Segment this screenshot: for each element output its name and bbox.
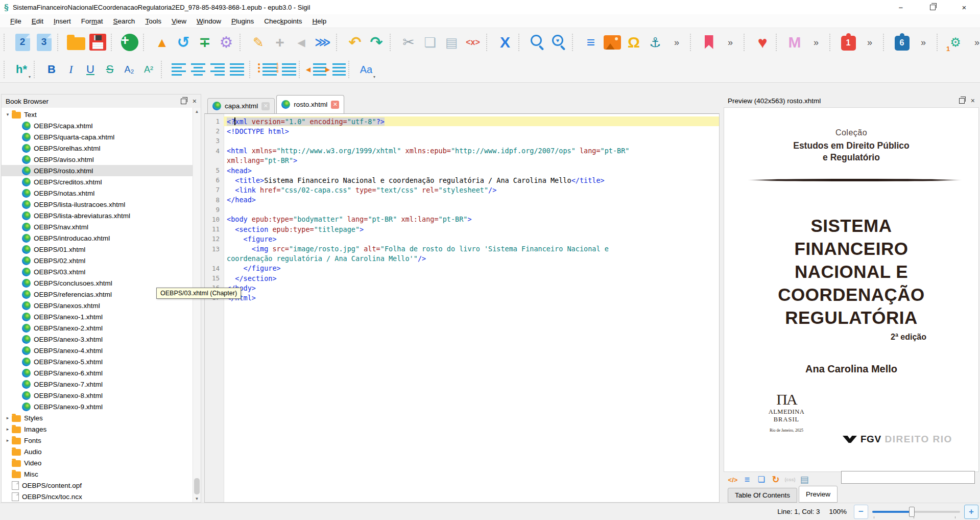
code-line[interactable]: 1<?xml version="1.0" encoding="utf-8"?> <box>205 116 719 126</box>
code-line[interactable]: 17</html> <box>205 293 719 302</box>
tab-rosto-xhtml[interactable]: rosto.xhtml ✕ <box>276 95 344 113</box>
tree-item-audio[interactable]: Audio <box>2 446 193 457</box>
preview-refresh-icon[interactable]: ↻ <box>769 473 783 486</box>
tree-item-oebps-02-xhtml[interactable]: OEBPS/02.xhtml <box>2 255 193 266</box>
maximize-restore-button[interactable] <box>917 0 948 14</box>
tree-item-oebps-conclusoes-xhtml[interactable]: OEBPS/conclusoes.xhtml <box>2 277 193 289</box>
code-line[interactable]: xml:lang="pt-BR"> <box>205 156 719 166</box>
close-button[interactable]: × <box>948 0 980 14</box>
tree-item-oebps-anexo-2-xhtml[interactable]: OEBPS/anexo-2.xhtml <box>2 322 193 334</box>
tab-preview[interactable]: Preview <box>799 486 838 503</box>
expand-icon[interactable]: ▸ <box>4 438 12 443</box>
zoom-in-button[interactable]: + <box>964 505 978 519</box>
code-line[interactable]: 14 </figure> <box>205 264 719 273</box>
code-line[interactable]: 8</head> <box>205 195 719 205</box>
donate-heart-icon[interactable]: ♥ <box>752 31 773 54</box>
text-case-icon[interactable]: Aa▾ <box>356 59 376 80</box>
find-replace-icon[interactable] <box>548 31 569 54</box>
code-view-icon[interactable]: <x> <box>462 31 484 54</box>
tree-item-fonts[interactable]: ▸Fonts <box>2 435 193 446</box>
tree-item-oebps-anexo-8-xhtml[interactable]: OEBPS/anexo-8.xhtml <box>2 390 193 401</box>
find-icon[interactable] <box>527 31 548 54</box>
paste-icon[interactable]: ▤ <box>441 31 462 54</box>
tree-item-oebps-introducao-xhtml[interactable]: OEBPS/introducao.xhtml <box>2 232 193 244</box>
toolbar-overflow-icon[interactable]: » <box>966 31 980 54</box>
menu-search[interactable]: Search <box>108 16 140 27</box>
menu-edit[interactable]: Edit <box>27 16 49 27</box>
toolbar-overflow-icon[interactable]: » <box>805 31 827 54</box>
tree-item-misc[interactable]: Misc <box>2 468 193 480</box>
insert-blank-gray-icon[interactable]: + <box>269 31 291 54</box>
plugin-6-icon[interactable]: 6 <box>891 31 913 54</box>
split-all-icon[interactable]: ⋙ <box>312 31 333 54</box>
code-line[interactable]: 3 <box>205 136 719 146</box>
bullet-list-icon[interactable] <box>257 59 277 80</box>
cut-icon[interactable]: ✂ <box>398 31 419 54</box>
code-line[interactable]: 15 </section> <box>205 273 719 283</box>
tree-item-oebps-anexo-4-xhtml[interactable]: OEBPS/anexo-4.xhtml <box>2 345 193 356</box>
tree-item-oebps-01-xhtml[interactable]: OEBPS/01.xhtml <box>2 244 193 255</box>
plugins-gear-icon[interactable]: ⚙ <box>216 31 237 54</box>
bold-icon[interactable]: B <box>42 59 61 80</box>
insert-image-icon[interactable] <box>602 31 623 54</box>
preview-print-icon[interactable]: ▤ <box>797 473 811 486</box>
tree-item-oebps-lista-abreviaturas-xhtml[interactable]: OEBPS/lista-abreviaturas.xhtml <box>2 210 193 221</box>
tree-item-oebps-anexo-6-xhtml[interactable]: OEBPS/anexo-6.xhtml <box>2 367 193 379</box>
automate-list-icon[interactable]: ⚙1 <box>945 31 966 54</box>
code-line[interactable]: 2<!DOCTYPE html> <box>205 126 719 136</box>
bookmark-icon[interactable] <box>698 31 720 54</box>
align-left-icon[interactable] <box>169 59 188 80</box>
code-line[interactable]: 9 <box>205 205 719 215</box>
save-icon[interactable] <box>87 31 108 54</box>
code-line[interactable]: coordenação regulatória / Ana Carolina M… <box>205 254 719 264</box>
tree-item-oebps-anexo-1-xhtml[interactable]: OEBPS/anexo-1.xhtml <box>2 311 193 322</box>
outdent-icon[interactable] <box>307 59 326 80</box>
book-browser-scrollbar[interactable]: ▲ ▼ <box>193 108 201 502</box>
menu-file[interactable]: File <box>5 16 27 27</box>
tree-item-oebps-capa-xhtml[interactable]: OEBPS/capa.xhtml <box>2 120 193 131</box>
scrollbar-thumb[interactable] <box>194 478 200 494</box>
scroll-up-icon[interactable]: ▲ <box>193 108 201 115</box>
menu-format[interactable]: Format <box>76 16 108 27</box>
tree-item-oebps-aviso-xhtml[interactable]: OEBPS/aviso.xhtml <box>2 154 193 165</box>
align-right-icon[interactable] <box>208 59 227 80</box>
strikethrough-icon[interactable]: S <box>100 59 119 80</box>
menu-checkpoints[interactable]: Checkpoints <box>259 16 307 27</box>
numbered-list-icon[interactable] <box>277 59 296 80</box>
tree-item-oebps-anexo-7-xhtml[interactable]: OEBPS/anexo-7.xhtml <box>2 379 193 390</box>
anchor-icon[interactable]: ⚓ <box>644 31 666 54</box>
close-panel-button[interactable]: × <box>193 97 197 105</box>
align-justify-icon[interactable] <box>227 59 247 80</box>
plugin-1-icon[interactable]: 1 <box>838 31 859 54</box>
code-line[interactable]: 6 <title>Sistema Financeiro Nacional e c… <box>205 175 719 185</box>
tree-item-oebps-03-xhtml[interactable]: OEBPS/03.xhtml <box>2 266 193 277</box>
menu-help[interactable]: Help <box>307 16 332 27</box>
preview-select-all-icon[interactable]: ≡ <box>740 473 754 486</box>
code-view[interactable]: 1<?xml version="1.0" encoding="utf-8"?>2… <box>204 113 720 503</box>
expand-icon[interactable]: ▸ <box>4 415 12 420</box>
tree-item-images[interactable]: ▸Images <box>2 423 193 435</box>
toolbar-overflow-icon[interactable]: » <box>913 31 934 54</box>
code-line[interactable]: 12 <figure> <box>205 234 719 244</box>
code-line[interactable]: 4<html xmlns="http://www.w3.org/1999/xht… <box>205 146 719 156</box>
tree-item-oebps-orelhas-xhtml[interactable]: OEBPS/orelhas.xhtml <box>2 143 193 154</box>
mend-code-icon[interactable]: X <box>494 31 516 54</box>
tree-item-oebps-creditos-xhtml[interactable]: OEBPS/creditos.xhtml <box>2 176 193 187</box>
tree-item-oebps-rosto-xhtml[interactable]: OEBPS/rosto.xhtml <box>2 165 193 176</box>
new-epub2-icon[interactable]: 2 <box>12 31 33 54</box>
superscript-icon[interactable]: A² <box>139 59 158 80</box>
slider-thumb[interactable] <box>909 507 915 517</box>
add-new-item-icon[interactable]: + <box>119 31 140 54</box>
menu-insert[interactable]: Insert <box>49 16 76 27</box>
new-epub3-icon[interactable]: 3 <box>33 31 55 54</box>
menu-tools[interactable]: Tools <box>140 16 166 27</box>
tree-item-oebps-quarta-capa-xhtml[interactable]: OEBPS/quarta-capa.xhtml <box>2 131 193 143</box>
tree-item-oebps-anexo-3-xhtml[interactable]: OEBPS/anexo-3.xhtml <box>2 334 193 345</box>
marked-text-icon[interactable]: M <box>784 31 805 54</box>
expand-icon[interactable]: ▸ <box>4 427 12 432</box>
float-panel-button[interactable] <box>959 98 965 104</box>
special-character-icon[interactable]: Ω <box>623 31 644 54</box>
split-at-cursor-icon[interactable]: ✎ <box>248 31 269 54</box>
tab-table-of-contents[interactable]: Table Of Contents <box>728 488 797 503</box>
tree-item-video[interactable]: Video <box>2 457 193 468</box>
